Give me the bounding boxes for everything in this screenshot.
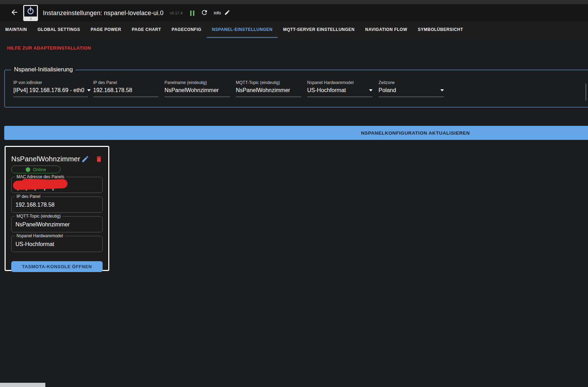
back-button[interactable] — [10, 8, 19, 18]
card-field-hardwaremodel[interactable]: Nspanel Hardwaremodel US-Hochformat — [11, 236, 103, 252]
input-value[interactable]: NsPanelWohnzimmer — [164, 87, 219, 93]
reload-button[interactable] — [201, 9, 208, 18]
tab-navigation-flow[interactable]: NAVIGATION FLOW — [360, 22, 413, 38]
settings-tabbar: MAINTAIN GLOBAL SETTINGS PAGE POWER PAGE… — [0, 22, 588, 38]
chevron-down-icon — [369, 89, 373, 91]
field-label: Nspanel Hardwaremodel — [307, 80, 373, 85]
field-hardwaremodel[interactable]: Nspanel Hardwaremodel US-Hochformat — [307, 80, 373, 97]
edit-instance-button[interactable] — [224, 9, 230, 17]
card-field-mqtt-topic[interactable]: MQTT-Topic (eindeutig) NsPanelWohnzimmer — [11, 216, 103, 232]
card-field-mac[interactable]: MAC Adresse des Panels — [11, 177, 103, 193]
tab-symboluebersicht[interactable]: SYMBOLÜBERSICHT — [413, 22, 469, 38]
app-header: Instanzeinstellungen: nspanel-lovelace-u… — [0, 4, 588, 22]
info-link[interactable]: info — [214, 11, 221, 15]
adapter-install-help-link[interactable]: HILFE ZUR ADAPTERINSTALLATION — [7, 45, 91, 51]
input-value[interactable]: NsPanelWohnzimmer — [236, 87, 290, 93]
redaction-scribble — [13, 179, 73, 191]
pause-instance-button[interactable] — [190, 11, 194, 16]
field-panelname[interactable]: Panelname (eindeutig) NsPanelWohnzimmer — [164, 80, 230, 97]
edit-panel-button[interactable] — [81, 155, 89, 163]
status-badge: Online — [11, 166, 60, 173]
tab-page-chart[interactable]: PAGE CHART — [127, 22, 166, 38]
field-value: US-Hochformat — [15, 241, 98, 247]
delete-panel-button[interactable] — [95, 155, 103, 163]
online-dot-icon — [26, 167, 30, 172]
chevron-down-icon — [440, 89, 444, 91]
instance-settings-page: Instanzeinstellungen: nspanel-lovelace-u… — [0, 0, 588, 387]
select-value[interactable]: Poland — [379, 87, 396, 93]
field-label: IP von ioBroker — [13, 80, 88, 85]
field-label: IP des Panel — [15, 194, 42, 199]
field-zeitzone[interactable]: Zeitzone Poland — [379, 80, 444, 97]
field-mqtt-topic[interactable]: MQTT-Topic (eindeutig) NsPanelWohnzimmer — [236, 80, 301, 97]
select-value[interactable]: US-Hochformat — [307, 87, 346, 93]
tab-pageconfig[interactable]: PAGECONFIG — [166, 22, 207, 38]
page-title: Instanzeinstellungen: nspanel-lovelace-u… — [43, 9, 163, 17]
field-ip-des-panel[interactable]: IP des Panel 192.168.178.58 — [93, 80, 159, 97]
chevron-down-icon — [87, 89, 91, 91]
nspanel-init-section: Nspanel-Initialisierung IP von ioBroker … — [4, 70, 588, 108]
open-tasmota-console-button[interactable]: TASMOTA-KONSOLE ÖFFNEN — [11, 261, 103, 272]
adapter-logo-screen — [24, 6, 37, 17]
panel-title: NsPanelWohnzimmer — [11, 155, 80, 163]
section-legend: Nspanel-Initialisierung — [11, 66, 76, 73]
tab-maintain[interactable]: MAINTAIN — [0, 22, 32, 38]
window-top-strip — [0, 0, 588, 4]
field-ip-von-iobroker[interactable]: IP von ioBroker [IPv4] 192.168.178.69 - … — [13, 80, 88, 97]
arrow-back-icon — [10, 8, 19, 18]
clipped-ui-fragment — [586, 84, 586, 101]
card-field-ip[interactable]: IP des Panel 192.168.178.58 — [11, 196, 103, 213]
input-value[interactable]: 192.168.178.58 — [93, 87, 132, 93]
update-nspanel-config-button[interactable]: NSPANELKONFIGURATION AKTUALISIEREN — [4, 126, 588, 140]
init-fields-row: IP von ioBroker [IPv4] 192.168.178.69 - … — [5, 70, 588, 97]
adapter-logo-base — [24, 18, 37, 20]
refresh-icon — [201, 9, 208, 18]
field-label: MQTT-Topic (eindeutig) — [15, 214, 62, 219]
tab-page-power[interactable]: PAGE POWER — [85, 22, 127, 38]
field-value: NsPanelWohnzimmer — [15, 221, 98, 228]
status-label: Online — [33, 167, 46, 172]
field-label: Zeitzone — [379, 80, 444, 85]
field-label: MAC Adresse des Panels — [15, 174, 66, 179]
browser-status-strip — [0, 383, 45, 387]
pencil-icon — [224, 9, 230, 17]
field-label: Nspanel Hardwaremodel — [15, 233, 65, 238]
adapter-version: v0.17.4 — [170, 11, 182, 15]
field-label: Panelname (eindeutig) — [164, 80, 230, 85]
tab-global-settings[interactable]: GLOBAL SETTINGS — [32, 22, 85, 38]
select-value[interactable]: [IPv4] 192.168.178.69 - eth0 — [13, 87, 84, 93]
field-value: 192.168.178.58 — [15, 202, 98, 208]
field-label: IP des Panel — [93, 80, 159, 85]
panel-card-nspanelwohnzimmer: NsPanelWohnzimmer Online MAC Adresse des… — [5, 146, 109, 271]
power-line-icon — [30, 7, 31, 11]
adapter-logo — [23, 5, 38, 21]
tab-mqtt-server-einstellungen[interactable]: MQTT-SERVER EINSTELLUNGEN — [278, 22, 360, 38]
field-label: MQTT-Topic (eindeutig) — [236, 80, 301, 85]
tab-nspanel-einstellungen[interactable]: NSPANEL-EINSTELLUNGEN — [207, 22, 278, 38]
